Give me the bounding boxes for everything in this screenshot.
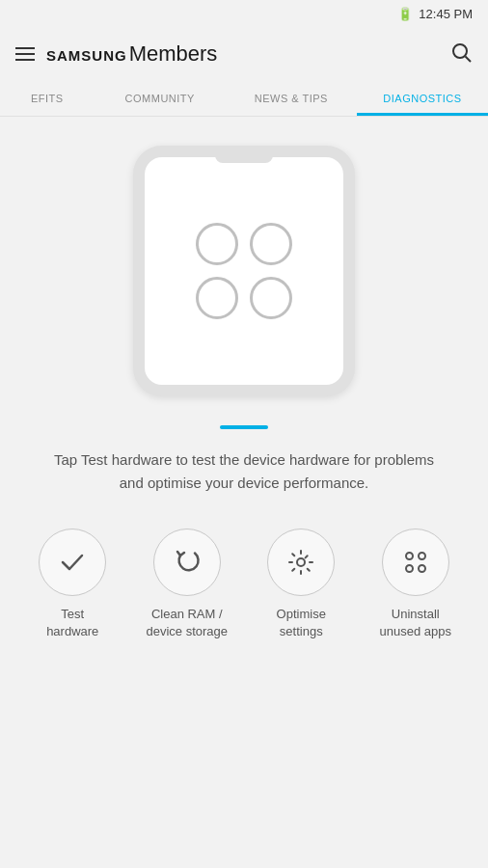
action-item-uninstall: Uninstall unused apps: [367, 529, 464, 640]
svg-point-0: [453, 44, 467, 58]
optimise-settings-label: Optimise settings: [277, 606, 326, 640]
hamburger-line: [15, 53, 35, 55]
tab-benefits[interactable]: EFITS: [0, 81, 95, 116]
search-icon: [449, 41, 473, 64]
description-text: Tap Test hardware to test the device har…: [54, 451, 434, 491]
refresh-icon: [173, 548, 202, 577]
test-hardware-button[interactable]: [39, 529, 106, 596]
gear-icon: [286, 548, 315, 577]
optimise-settings-button[interactable]: [267, 529, 335, 596]
svg-point-2: [297, 558, 305, 566]
clean-ram-button[interactable]: [153, 529, 221, 596]
phone-notch: [215, 155, 273, 163]
apps-dot-2: [418, 552, 426, 560]
app-circle-1: [196, 223, 238, 265]
app-circle-4: [250, 277, 292, 319]
logo: SAMSUNG Members: [46, 41, 217, 67]
clean-ram-label: Clean RAM / device storage: [146, 606, 228, 640]
app-circle-2: [250, 223, 292, 265]
apps-dot-1: [405, 552, 414, 560]
action-buttons: Test hardware Clean RAM / device storage…: [0, 529, 488, 640]
phone-illustration-area: [0, 117, 488, 416]
apps-dot-4: [418, 564, 426, 573]
phone-frame: [133, 146, 355, 396]
header: SAMSUNG Members: [0, 27, 488, 81]
uninstall-apps-label: Uninstall unused apps: [380, 606, 451, 640]
action-item-clean-ram: Clean RAM / device storage: [139, 529, 235, 640]
header-left: SAMSUNG Members: [15, 41, 217, 67]
uninstall-apps-button[interactable]: [382, 529, 449, 596]
action-item-test-hardware: Test hardware: [24, 529, 121, 640]
nav-tabs: EFITS COMMUNITY NEWS & TIPS DIAGNOSTICS: [0, 81, 488, 117]
logo-samsung: SAMSUNG: [46, 47, 127, 64]
action-item-optimise: Optimise settings: [253, 529, 349, 640]
checkmark-icon: [58, 548, 87, 577]
description: Tap Test hardware to test the device har…: [0, 448, 488, 495]
apps-icon: [405, 552, 426, 573]
tab-diagnostics[interactable]: DIAGNOSTICS: [357, 81, 488, 116]
apps-grid: [196, 223, 292, 319]
test-hardware-label: Test hardware: [46, 606, 98, 640]
hamburger-line: [15, 59, 35, 61]
app-circle-3: [196, 277, 238, 319]
svg-line-1: [466, 57, 472, 63]
search-button[interactable]: [449, 41, 473, 68]
time: 12:45 PM: [419, 7, 473, 21]
status-bar-right: 🔋 12:45 PM: [397, 7, 473, 21]
tab-news[interactable]: NEWS & TIPS: [226, 81, 357, 116]
indicator-dash: [220, 425, 268, 429]
indicator-line: [0, 425, 488, 429]
menu-button[interactable]: [15, 47, 35, 61]
logo-members: Members: [129, 41, 218, 67]
tab-community[interactable]: COMMUNITY: [95, 81, 226, 116]
status-bar: 🔋 12:45 PM: [0, 0, 488, 27]
apps-dot-3: [405, 564, 414, 573]
hamburger-line: [15, 47, 35, 49]
battery-icon: 🔋: [397, 7, 413, 21]
